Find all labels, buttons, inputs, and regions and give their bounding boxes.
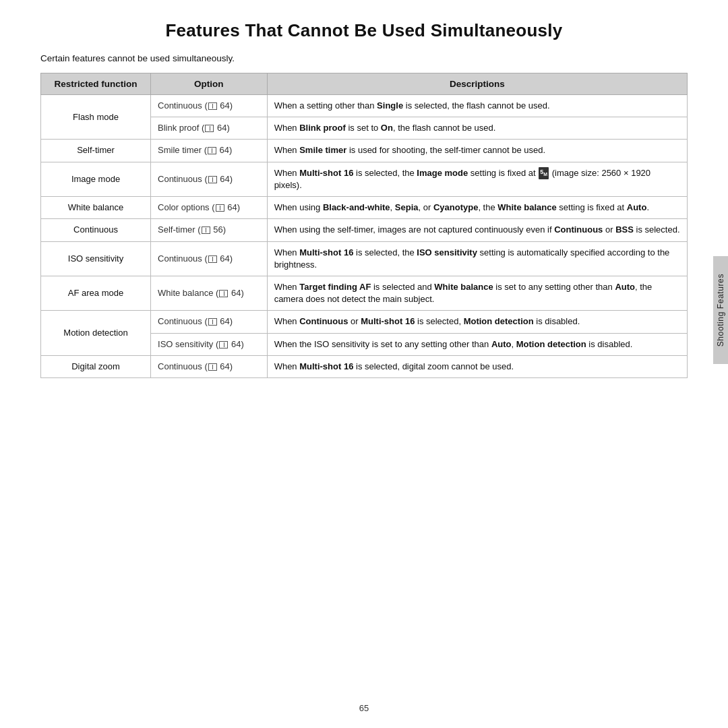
cell-restricted-function: Motion detection: [41, 311, 151, 355]
cell-description: When using the self-timer, images are no…: [267, 219, 687, 241]
cell-description: When the ISO sensitivity is set to any s…: [267, 333, 687, 355]
cell-description: When using Black-and-white, Sepia, or Cy…: [267, 197, 687, 219]
cell-option: White balance ( 64): [151, 276, 268, 310]
cell-description: When Multi-shot 16 is selected, the ISO …: [267, 241, 687, 276]
cell-option: Self-timer ( 56): [151, 219, 268, 241]
cell-option: Blink proof ( 64): [151, 117, 268, 140]
table-row: White balanceColor options ( 64)When usi…: [41, 197, 688, 219]
table-row: AF area modeWhite balance ( 64)When Targ…: [41, 276, 688, 310]
page-number: 65: [0, 703, 728, 713]
cell-option: Continuous ( 64): [151, 311, 268, 333]
cell-description: When Target finding AF is selected and W…: [267, 276, 687, 310]
cell-description: When Multi-shot 16 is selected, digital …: [267, 355, 687, 377]
cell-option: Continuous ( 64): [151, 95, 268, 117]
header-descriptions: Descriptions: [267, 73, 687, 95]
cell-description: When Continuous or Multi-shot 16 is sele…: [267, 311, 687, 333]
table-row: Digital zoomContinuous ( 64)When Multi-s…: [41, 355, 688, 377]
table-row: Self-timerSmile timer ( 64)When Smile ti…: [41, 140, 688, 162]
cell-restricted-function: Self-timer: [41, 140, 151, 162]
cell-restricted-function: Digital zoom: [41, 355, 151, 377]
sidebar-tab: Shooting Features: [713, 256, 728, 364]
page: Features That Cannot Be Used Simultaneou…: [0, 0, 728, 728]
cell-option: ISO sensitivity ( 64): [151, 333, 268, 355]
sidebar-label: Shooting Features: [716, 274, 725, 346]
table-row: Motion detectionContinuous ( 64)When Con…: [41, 311, 688, 333]
cell-description: When Multi-shot 16 is selected, the Imag…: [267, 162, 687, 197]
cell-description: When Blink proof is set to On, the flash…: [267, 117, 687, 140]
cell-option: Continuous ( 64): [151, 355, 268, 377]
cell-option: Smile timer ( 64): [151, 140, 268, 162]
header-restricted: Restricted function: [41, 73, 151, 95]
cell-option: Continuous ( 64): [151, 241, 268, 276]
cell-option: Continuous ( 64): [151, 162, 268, 197]
cell-restricted-function: White balance: [41, 197, 151, 219]
table-row: Image modeContinuous ( 64)When Multi-sho…: [41, 162, 688, 197]
cell-option: Color options ( 64): [151, 197, 268, 219]
cell-description: When a setting other than Single is sele…: [267, 95, 687, 117]
table-row: ISO sensitivityContinuous ( 64)When Mult…: [41, 241, 688, 276]
features-table: Restricted function Option Descriptions …: [40, 73, 688, 378]
intro-text: Certain features cannot be used simultan…: [40, 53, 688, 63]
table-row: ContinuousSelf-timer ( 56)When using the…: [41, 219, 688, 241]
cell-restricted-function: ISO sensitivity: [41, 241, 151, 276]
cell-restricted-function: AF area mode: [41, 276, 151, 310]
cell-description: When Smile timer is used for shooting, t…: [267, 140, 687, 162]
page-title: Features That Cannot Be Used Simultaneou…: [40, 20, 688, 41]
table-row: Flash modeContinuous ( 64)When a setting…: [41, 95, 688, 117]
cell-restricted-function: Continuous: [41, 219, 151, 241]
cell-restricted-function: Image mode: [41, 162, 151, 197]
cell-restricted-function: Flash mode: [41, 95, 151, 140]
header-option: Option: [151, 73, 268, 95]
